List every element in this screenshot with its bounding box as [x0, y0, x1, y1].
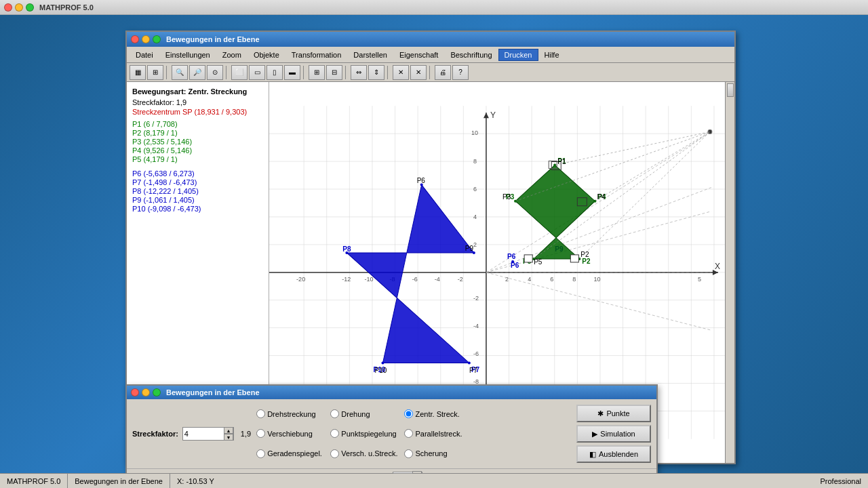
blue-p7: P7 (-1,498 / -6,473): [132, 178, 263, 186]
radio-parallelstreck[interactable]: Parallelstreck.: [404, 424, 471, 443]
simulation-button[interactable]: ▶ Simulation: [576, 425, 651, 443]
radio-verschiebung[interactable]: Verschiebung: [256, 424, 323, 443]
svg-point-82: [511, 260, 514, 263]
radio-zentr-streck[interactable]: Zentr. Streck.: [404, 405, 471, 423]
svg-point-86: [345, 251, 348, 254]
win-close-button[interactable]: [131, 35, 139, 43]
toolbar-zoom-reset-btn[interactable]: ⊙: [207, 65, 223, 80]
toolbar-grid-btn[interactable]: ▦: [130, 65, 146, 80]
radio-drehung[interactable]: Drehung: [330, 405, 397, 423]
toolbar-help-btn[interactable]: ?: [452, 65, 469, 80]
menu-zoom[interactable]: Zoom: [216, 49, 248, 61]
radio-zentr-streck-input[interactable]: [404, 409, 413, 418]
svg-text:Y: Y: [490, 110, 496, 120]
statusbar-coords: X: -10.53 Y: [170, 477, 814, 485]
radio-drehung-input[interactable]: [330, 409, 339, 418]
ausblenden-button[interactable]: ◧ Ausblenden: [576, 445, 651, 463]
bewegungsart-label: Bewegungsart: Zentr. Streckung: [132, 87, 263, 96]
menu-einstellungen[interactable]: Einstellungen: [159, 49, 216, 61]
svg-text:P6: P6: [511, 262, 519, 269]
radio-drehstreckung[interactable]: Drehstreckung: [256, 405, 323, 423]
svg-text:P4: P4: [597, 193, 606, 201]
coords-label: X: -10.53 Y: [177, 477, 214, 485]
toolbar-close1-btn[interactable]: ✕: [393, 65, 409, 80]
radio-scherung[interactable]: Scherung: [404, 445, 471, 463]
streckfaktor-display: 1,9: [241, 430, 251, 438]
close-button[interactable]: [4, 3, 12, 12]
radio-zentr-streck-label: Zentr. Streck.: [415, 410, 459, 418]
toolbar-zoom-out-btn[interactable]: 🔎: [189, 65, 205, 80]
radio-geradenspiegel-input[interactable]: [256, 449, 265, 458]
streckfaktor-label: Streckfaktor: 1,9: [132, 98, 263, 106]
win-maximize-button[interactable]: [153, 35, 161, 43]
radio-parallelstreck-input[interactable]: [404, 429, 413, 438]
radio-verschiebung-input[interactable]: [256, 429, 265, 438]
win-minimize-button[interactable]: [142, 35, 150, 43]
toolbar-sep3: [303, 66, 306, 79]
radio-verschiebung-label: Verschiebung: [267, 430, 313, 438]
menu-darstellen[interactable]: Darstellen: [347, 49, 393, 61]
vertical-scrollbar[interactable]: [725, 82, 734, 463]
svg-text:P1: P1: [557, 158, 566, 165]
svg-text:-2: -2: [473, 295, 479, 302]
menu-drucken[interactable]: Drucken: [498, 49, 538, 61]
punkte-button[interactable]: ✱ Punkte: [576, 405, 651, 422]
window-name-label: Bewegungen in der Ebene: [75, 477, 163, 485]
spin-down-btn[interactable]: ▼: [224, 434, 233, 441]
os-traffic-lights[interactable]: [4, 3, 34, 12]
blue-p8: P8 (-12,222 / 1,405): [132, 187, 263, 195]
maximize-button[interactable]: [26, 3, 34, 12]
toolbar-scale1-btn[interactable]: ⇔: [351, 65, 367, 80]
minimize-button[interactable]: [15, 3, 23, 12]
toolbar-sep1: [166, 66, 169, 79]
statusbar: MATHPROF 5.0 Bewegungen in der Ebene X: …: [0, 473, 868, 488]
radio-geradenspiegel-label: Geradenspiegel.: [267, 449, 322, 458]
svg-text:6: 6: [550, 276, 553, 283]
svg-text:P2: P2: [580, 251, 589, 258]
toolbar-tbl1-btn[interactable]: ⊞: [309, 65, 325, 80]
toolbar-ruler-btn[interactable]: ⊞: [147, 65, 163, 80]
dialog-max-button[interactable]: [153, 388, 161, 396]
spin-up-btn[interactable]: ▲: [224, 427, 233, 434]
toolbar-scale2-btn[interactable]: ⇕: [368, 65, 384, 80]
toolbar-frame2-btn[interactable]: ▭: [249, 65, 265, 80]
streckfaktor-input[interactable]: ▲ ▼: [182, 427, 234, 441]
radio-versch-streck[interactable]: Versch. u.Streck.: [330, 445, 397, 463]
radio-scherung-input[interactable]: [404, 449, 413, 458]
radio-versch-streck-input[interactable]: [330, 449, 339, 458]
streckfaktor-field[interactable]: [183, 430, 224, 438]
radio-geradenspiegel[interactable]: Geradenspiegel.: [256, 445, 323, 463]
svg-text:P6: P6: [507, 253, 516, 260]
menu-transformation[interactable]: Transformation: [285, 49, 348, 61]
menu-datei[interactable]: Datei: [130, 49, 159, 61]
menu-objekte[interactable]: Objekte: [248, 49, 285, 61]
menu-beschriftung[interactable]: Beschriftung: [444, 49, 498, 61]
svg-text:X: X: [715, 262, 720, 271]
toolbar-print-btn[interactable]: 🖨: [435, 65, 451, 80]
dialog-min-button[interactable]: [142, 388, 150, 396]
toolbar-zoom-in-btn[interactable]: 🔍: [172, 65, 188, 80]
toolbar-frame4-btn[interactable]: ▬: [284, 65, 300, 80]
punkte-label: Punkte: [606, 409, 629, 418]
radio-punktspiegelung[interactable]: Punktspiegelung: [330, 424, 397, 443]
toolbar-close2-btn[interactable]: ✕: [410, 65, 427, 80]
menu-hilfe[interactable]: Hilfe: [538, 49, 566, 61]
window-traffic-lights[interactable]: [131, 35, 161, 43]
dialog-title: Bewegungen in der Ebene: [166, 388, 260, 396]
dialog-close-button[interactable]: [131, 388, 139, 396]
scrollbar-thumb[interactable]: [727, 83, 734, 97]
radio-drehstreckung-input[interactable]: [256, 409, 265, 418]
svg-text:2: 2: [505, 276, 509, 283]
toolbar-frame1-btn[interactable]: ⬜: [231, 65, 248, 80]
green-p3: P3 (2,535 / 5,146): [132, 138, 263, 146]
radio-punktspiegelung-input[interactable]: [330, 429, 339, 438]
menu-eigenschaft[interactable]: Eigenschaft: [393, 49, 444, 61]
toolbar-frame3-btn[interactable]: ▯: [267, 65, 283, 80]
toolbar-tbl2-btn[interactable]: ⊟: [326, 65, 342, 80]
os-titlebar: MATHPROF 5.0: [0, 0, 868, 15]
window-title: Bewegungen in der Ebene: [166, 35, 260, 43]
dialog-traffic-lights[interactable]: [131, 388, 161, 396]
svg-text:8: 8: [473, 158, 477, 165]
ausblenden-icon: ◧: [589, 450, 596, 459]
streckfaktor-spinner[interactable]: ▲ ▼: [224, 427, 233, 441]
